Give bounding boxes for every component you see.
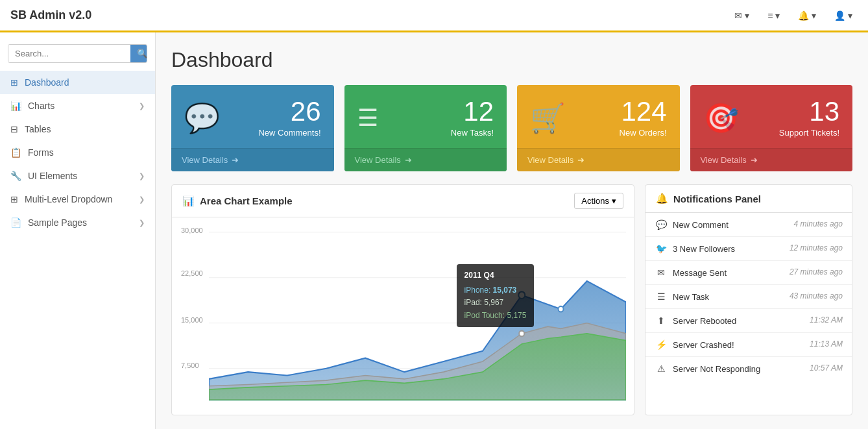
arrow-right-icon-tickets: ➜ [751,155,758,165]
notif-time-message: 27 minutes ago [790,267,843,276]
actions-button[interactable]: Actions ▾ [574,193,623,209]
notif-bell-icon: 🔔 [656,193,668,204]
sample-icon: 📄 [10,217,21,228]
arrow-right-icon-tasks: ➜ [405,155,412,165]
search-box: 🔍 [8,44,147,63]
y-label-30000: 30,000 [181,227,203,234]
search-input[interactable] [8,45,130,62]
sidebar-label-multilevel: Multi-Level Dropdown [25,194,112,204]
sidebar-label-forms: Forms [28,147,54,158]
crash-icon: ⚡ [655,339,668,350]
ipad-label: iPad: [464,298,482,307]
stats-row: 💬 26 New Comments! View Details ➜ ☰ 12 [171,85,852,171]
tooltip-title: 2011 Q4 [464,269,527,282]
tasks-footer-text: View Details [355,155,401,165]
chart-container: 30,000 22,500 15,000 7,500 [180,225,626,407]
y-label-22500: 22,500 [181,269,203,277]
list-btn[interactable]: ≡ ▾ [762,8,785,23]
notif-text-message: Message Sent [673,268,727,278]
message-icon: ✉ [655,267,668,278]
user-btn[interactable]: 👤 ▾ [829,8,858,23]
orders-icon: 🛒 [530,101,566,135]
stat-card-tasks: ☰ 12 New Tasks! View Details ➜ [344,85,507,171]
y-label-15000: 15,000 [181,316,203,324]
chart-icon: 📊 [182,195,195,207]
notif-time-crash: 11:13 AM [810,339,843,349]
sidebar-item-multilevel[interactable]: ⊞ Multi-Level Dropdown ❯ [0,188,155,211]
dropdown-icon: ▾ [612,196,616,206]
stat-card-tickets: 🎯 13 Support Tickets! View Details ➜ [690,85,853,171]
brand-title: SB Admin v2.0 [10,8,91,22]
comments-label: New Comments! [258,128,320,138]
reboot-icon: ⬆ [655,315,668,326]
notif-time-comment: 4 minutes ago [794,219,843,228]
notif-item-task[interactable]: ☰ New Task 43 minutes ago [645,285,852,309]
chevron-right-icon-ui: ❯ [139,172,145,180]
sidebar-item-ui-elements[interactable]: 🔧 UI Elements ❯ [0,164,155,188]
chart-body: 30,000 22,500 15,000 7,500 [172,217,634,415]
notif-item-followers[interactable]: 🐦 3 New Followers 12 minutes ago [645,237,852,261]
chart-title: 📊 Area Chart Example [182,195,293,207]
tables-icon: ⊟ [10,124,18,134]
envelope-btn[interactable]: ✉ ▾ [729,8,754,23]
notif-time-reboot: 11:32 AM [810,315,843,325]
sidebar-item-forms[interactable]: 📋 Forms [0,141,155,164]
ipad-value: 5,967 [484,298,503,307]
tasks-footer[interactable]: View Details ➜ [344,148,507,171]
stat-card-orders: 🛒 124 New Orders! View Details ➜ [517,85,680,171]
notif-time-task: 43 minutes ago [790,291,843,300]
sidebar-label-tables: Tables [25,124,51,134]
chart-panel: 📊 Area Chart Example Actions ▾ 30,000 22… [171,184,634,415]
main-content: Dashboard 💬 26 New Comments! View Detail… [156,32,868,429]
tooltip-ipod: iPod Touch: 5,175 [464,310,527,322]
chart-tooltip: 2011 Q4 iPhone: 15,073 iPad: 5,967 iPod … [457,264,535,327]
notif-text-not-responding: Server Not Responding [673,364,760,374]
tooltip-iphone: iPhone: 15,073 [464,284,527,297]
sidebar-item-dashboard[interactable]: ⊞ Dashboard [0,71,155,94]
orders-label: New Orders! [620,128,667,138]
navbar: SB Admin v2.0 ✉ ▾ ≡ ▾ 🔔 ▾ 👤 ▾ [0,0,868,32]
orders-footer[interactable]: View Details ➜ [517,148,680,171]
notif-item-not-responding[interactable]: ⚠ Server Not Responding 10:57 AM [645,357,852,380]
notif-item-reboot[interactable]: ⬆ Server Rebooted 11:32 AM [645,309,852,333]
sidebar-item-charts[interactable]: 📊 Charts ❯ [0,94,155,117]
tasks-icon: ☰ [357,104,378,132]
chevron-right-icon: ❯ [139,102,145,110]
notif-title-text: Notifications Panel [673,193,761,204]
actions-label: Actions [581,196,609,206]
notif-text-task: New Task [673,292,709,302]
area-chart-svg [209,225,626,407]
notif-item-comment[interactable]: 💬 New Comment 4 minutes ago [645,213,852,237]
svg-point-7 [519,331,524,337]
notif-item-message[interactable]: ✉ Message Sent 27 minutes ago [645,261,852,285]
iphone-label: iPhone: [464,286,491,295]
sidebar-label-dashboard: Dashboard [25,77,69,88]
arrow-right-icon-orders: ➜ [577,155,585,165]
notif-item-crash[interactable]: ⚡ Server Crashed! 11:13 AM [645,333,852,357]
bell-btn[interactable]: 🔔 ▾ [793,8,821,23]
tasks-label: New Tasks! [451,128,494,138]
notif-panel-title: 🔔 Notifications Panel [656,193,761,204]
tickets-label: Support Tickets! [779,128,839,138]
page-title: Dashboard [171,48,852,72]
tickets-icon: 🎯 [703,101,739,135]
notifications-panel: 🔔 Notifications Panel 💬 New Comment 4 mi… [645,184,852,415]
sidebar-item-tables[interactable]: ⊟ Tables [0,117,155,141]
y-label-7500: 7,500 [181,362,199,369]
sidebar-item-sample[interactable]: 📄 Sample Pages ❯ [0,211,155,234]
followers-icon: 🐦 [655,243,668,254]
svg-point-6 [559,306,564,312]
sidebar: 🔍 ⊞ Dashboard 📊 Charts ❯ ⊟ Tables 📋 [0,32,156,429]
charts-icon: 📊 [10,101,21,111]
notif-time-not-responding: 10:57 AM [810,363,843,373]
tickets-footer[interactable]: View Details ➜ [690,148,853,171]
ui-icon: 🔧 [10,171,21,181]
comments-icon: 💬 [184,101,220,135]
notif-text-crash: Server Crashed! [673,340,734,350]
multilevel-icon: ⊞ [10,194,18,204]
ipod-label: iPod Touch: [464,311,505,320]
orders-count: 124 [620,98,667,125]
search-button[interactable]: 🔍 [130,45,147,62]
comments-footer[interactable]: View Details ➜ [171,148,334,171]
ipod-value: 5,175 [507,311,526,320]
